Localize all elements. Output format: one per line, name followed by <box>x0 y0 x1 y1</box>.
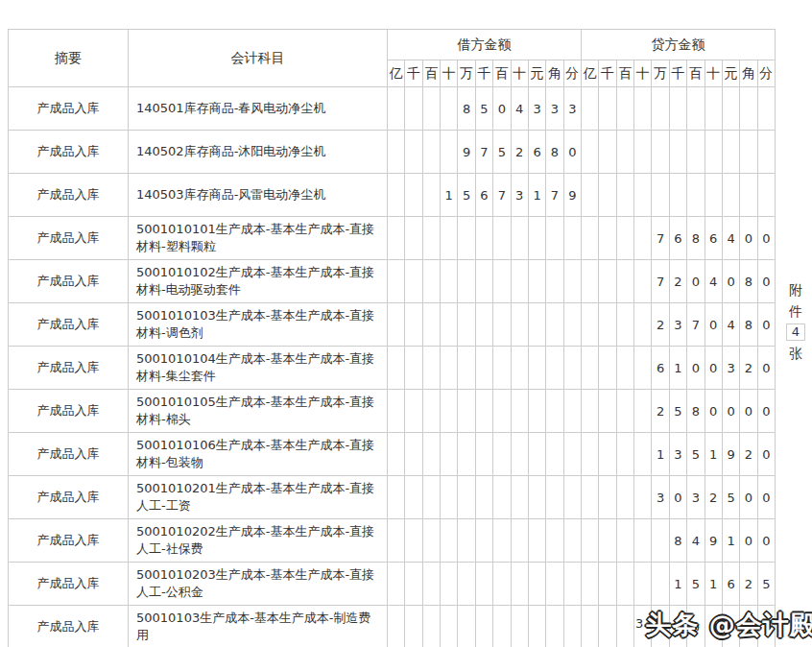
credit-digit-cell <box>582 303 599 347</box>
credit-digit-cell <box>687 174 705 217</box>
digit-label: 分 <box>563 60 581 87</box>
debit-digit-cell <box>422 217 440 260</box>
debit-digit-cell <box>563 476 581 519</box>
credit-digit-cell <box>616 174 633 217</box>
debit-digit-cell <box>511 433 528 476</box>
debit-digit-cell: 3 <box>511 174 528 217</box>
credit-digit-cell <box>599 347 616 390</box>
debit-digit-cell <box>546 303 563 347</box>
credit-digit-cell: 0 <box>757 347 775 390</box>
credit-digit-cell <box>705 131 722 174</box>
credit-digit-cell: 4 <box>687 519 705 563</box>
debit-digit-cell <box>458 563 475 606</box>
debit-digit-cell <box>388 131 405 174</box>
debit-digit-cell <box>546 260 563 303</box>
debit-digit-cell <box>563 347 581 390</box>
credit-digit-cell: 3 <box>652 476 669 519</box>
debit-digit-cell: 7 <box>475 131 492 174</box>
credit-digit-cell <box>616 519 633 563</box>
credit-digit-cell <box>652 519 669 563</box>
debit-digit-cell: 8 <box>458 87 475 131</box>
credit-digit-cell <box>616 390 633 433</box>
credit-digit-cell <box>705 174 722 217</box>
debit-digit-cell <box>388 174 405 217</box>
credit-digit-cell: 0 <box>757 217 775 260</box>
debit-digit-cell <box>511 390 528 433</box>
debit-digit-cell: 9 <box>563 174 581 217</box>
digit-label: 元 <box>528 60 545 87</box>
summary-cell: 产成品入库 <box>9 563 129 606</box>
credit-digit-cell: 1 <box>669 347 686 390</box>
entry-row: 产成品入库140501库存商品-春风电动净尘机8504333 <box>9 87 776 131</box>
debit-digit-cell: 0 <box>563 131 581 174</box>
credit-digit-cell <box>652 87 669 131</box>
entry-row: 产成品入库5001010106生产成本-基本生产成本-直接材料-包装物13519… <box>9 433 776 476</box>
debit-digit-cell <box>388 303 405 347</box>
entry-row: 产成品入库5001010201生产成本-基本生产成本-直接人工-工资303250… <box>9 476 776 519</box>
entry-row: 产成品入库140502库存商品-沐阳电动净尘机9752680 <box>9 131 776 174</box>
debit-digit-cell <box>511 260 528 303</box>
debit-digit-cell <box>493 260 511 303</box>
summary-cell: 产成品入库 <box>9 519 129 563</box>
entry-row: 产成品入库5001010203生产成本-基本生产成本-直接人工-公积金15162… <box>9 563 776 606</box>
digit-label: 亿 <box>582 60 599 87</box>
debit-digit-cell <box>441 563 458 606</box>
debit-digit-cell <box>511 303 528 347</box>
debit-digit-cell <box>546 433 563 476</box>
credit-digit-cell <box>634 433 652 476</box>
debit-digit-cell <box>563 260 581 303</box>
debit-digit-cell <box>546 519 563 563</box>
summary-cell: 产成品入库 <box>9 303 129 347</box>
credit-digit-cell <box>722 174 739 217</box>
debit-digit-cell <box>528 433 545 476</box>
credit-digit-cell <box>599 174 616 217</box>
credit-digit-cell: 0 <box>757 476 775 519</box>
account-cell: 5001010102生产成本-基本生产成本-直接材料-电动驱动套件 <box>129 260 388 303</box>
credit-digit-cell <box>634 563 652 606</box>
debit-digit-cell: 6 <box>528 131 545 174</box>
credit-digit-cell: 2 <box>705 476 722 519</box>
credit-digit-cell <box>652 563 669 606</box>
debit-digit-cell <box>493 433 511 476</box>
credit-digit-cell <box>722 131 739 174</box>
credit-digit-cell <box>616 260 633 303</box>
digit-label: 元 <box>722 60 739 87</box>
debit-digit-cell <box>458 390 475 433</box>
credit-digit-cell <box>634 476 652 519</box>
debit-digit-cell <box>475 347 492 390</box>
debit-digit-cell <box>458 606 475 647</box>
digit-label: 千 <box>599 60 616 87</box>
credit-digit-cell: 5 <box>687 433 705 476</box>
credit-digit-cell <box>634 390 652 433</box>
credit-digit-cell <box>599 217 616 260</box>
attachment-note: 附 件 4 张 <box>781 281 810 362</box>
credit-digit-cell <box>634 131 652 174</box>
debit-digit-cell: 3 <box>546 87 563 131</box>
debit-digit-cell <box>493 563 511 606</box>
credit-digit-cell: 0 <box>740 519 757 563</box>
debit-digit-cell <box>422 519 440 563</box>
debit-digit-cell <box>475 390 492 433</box>
debit-digit-cell <box>422 174 440 217</box>
credit-digit-cell <box>616 606 633 647</box>
credit-digit-cell <box>582 260 599 303</box>
credit-digit-cell <box>740 174 757 217</box>
debit-digit-cell <box>405 433 422 476</box>
debit-digit-cell <box>388 519 405 563</box>
credit-total-visible-digit: 3 <box>635 616 643 631</box>
voucher-page: 摘要 会计科目 借方金额 贷方金额 亿千百十万千百十元角分亿千百十万千百十元角分… <box>0 0 812 647</box>
debit-digit-cell: 5 <box>493 131 511 174</box>
summary-cell: 产成品入库 <box>9 217 129 260</box>
summary-header: 摘要 <box>9 30 129 87</box>
debit-digit-cell <box>475 260 492 303</box>
debit-digit-cell: 6 <box>475 174 492 217</box>
account-cell: 50010103生产成本-基本生产成本-制造费用 <box>129 606 388 647</box>
summary-cell: 产成品入库 <box>9 174 129 217</box>
credit-digit-cell <box>757 87 775 131</box>
debit-digit-cell: 5 <box>475 87 492 131</box>
credit-digit-cell: 0 <box>740 476 757 519</box>
debit-digit-cell <box>475 519 492 563</box>
account-cell: 5001010103生产成本-基本生产成本-直接材料-调色剂 <box>129 303 388 347</box>
debit-digit-cell <box>441 87 458 131</box>
debit-digit-cell <box>493 519 511 563</box>
